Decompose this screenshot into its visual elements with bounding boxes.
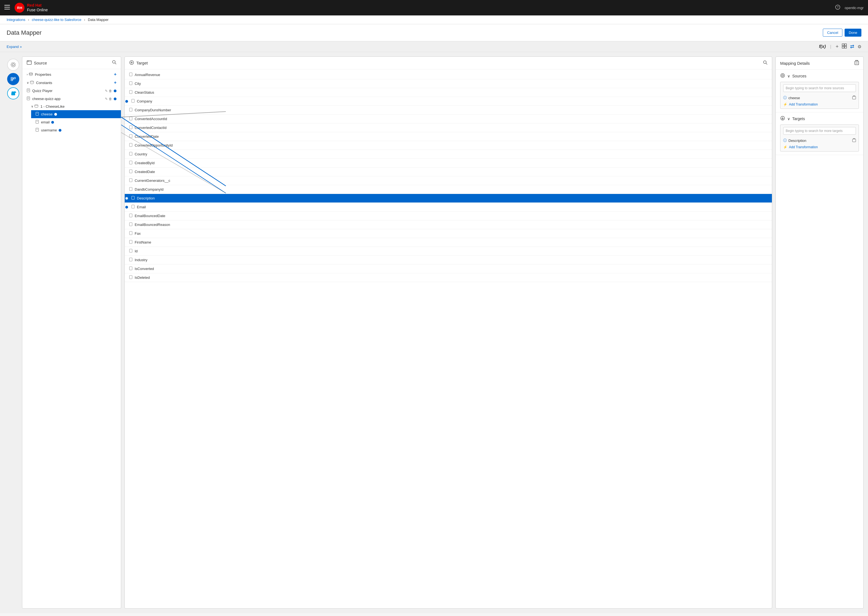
target-file-icon-city [129,81,132,86]
targets-add-transformation[interactable]: ⚡ Add Transformation [783,145,856,149]
target-item-industry[interactable]: Industry [125,256,772,264]
help-icon[interactable]: ? [835,5,840,11]
source-tree: › Properties + ∨ Constants + [22,69,121,608]
properties-db-icon [29,72,33,77]
sources-item-delete-icon[interactable] [852,96,856,100]
edit-icon-2[interactable]: ✎ [105,97,108,101]
hamburger-menu-icon[interactable] [5,5,10,11]
svg-rect-1 [5,7,10,8]
svg-rect-2 [5,9,10,9]
target-item-email[interactable]: Email [125,203,772,212]
username-dot [59,129,61,132]
mapping-details-header: Mapping Details [776,57,863,70]
breadcrumb-sep-1: › [28,17,29,22]
target-item-cleanstatus[interactable]: CleanStatus [125,88,772,97]
sidebar-icon-settings[interactable] [7,59,19,71]
svg-rect-67 [129,240,132,244]
sources-search-field[interactable]: Begin typing to search for more sources [783,84,856,92]
target-item-country[interactable]: Country [125,150,772,159]
target-panel: Target AnnualRevenue [124,57,772,608]
target-item-dandbcompanyid[interactable]: DandbCompanyId [125,185,772,194]
svg-rect-13 [11,77,13,79]
settings-gear-icon[interactable]: ⚙ [857,44,862,49]
grid-view-icon[interactable] [842,44,847,50]
svg-line-47 [766,63,768,64]
target-item-createdbyid[interactable]: CreatedById [125,159,772,168]
target-item-companydunsnumber[interactable]: CompanyDunsNumber [125,106,772,115]
svg-rect-52 [129,108,132,111]
mapping-details-delete-icon[interactable] [854,60,859,66]
target-file-icon-cdn [129,108,132,112]
target-item-isdeleted[interactable]: IsDeleted [125,273,772,282]
sidebar-icon-salesforce[interactable] [7,87,19,99]
target-item-createddate[interactable]: CreatedDate [125,168,772,176]
cheese-quizz-app-file-icon [27,96,30,101]
delete-icon-2[interactable]: 🗑 [109,97,112,101]
breadcrumb-integration-link[interactable]: cheese-quizz-like to Salesforce [32,17,82,22]
target-search-button[interactable] [763,60,768,66]
svg-rect-70 [129,267,132,270]
source-search-button[interactable] [112,60,116,66]
source-item-email[interactable]: email [31,118,121,126]
sources-section-header[interactable]: ∨ Sources [780,73,859,79]
target-item-converteddate[interactable]: ConvertedDate [125,132,772,141]
target-item-emailbounceddate[interactable]: EmailBouncedDate [125,212,772,220]
targets-lightning-icon: ⚡ [783,145,787,149]
target-item-city[interactable]: City [125,79,772,88]
edit-icon[interactable]: ✎ [105,89,108,93]
mapping-details-panel: Mapping Details ∨ Sources Begin typing t… [775,57,863,608]
add-constant-button[interactable]: + [114,80,116,85]
target-item-convertedopportunityid[interactable]: ConvertedOpportunityId [125,141,772,150]
target-item-annualrevenue[interactable]: AnnualRevenue [125,71,772,79]
svg-rect-57 [129,152,132,156]
svg-rect-55 [129,134,132,138]
targets-item-delete-icon[interactable] [852,138,856,143]
targets-search-field[interactable]: Begin typing to search for more targets [783,127,856,135]
description-dot [125,197,128,200]
source-group-cheeselike[interactable]: ∨ 1 - CheeseLike [27,103,121,110]
target-item-id[interactable]: Id [125,247,772,256]
sources-add-transformation[interactable]: ⚡ Add Transformation [783,102,856,106]
constants-tree-item[interactable]: ∨ Constants + [22,79,121,87]
target-item-firstname[interactable]: FirstName [125,238,772,247]
target-item-fax[interactable]: Fax [125,229,772,238]
target-item-isconverted[interactable]: IsConverted [125,264,772,273]
source-item-cheese[interactable]: cheese [31,110,121,118]
source-item-quizz-player[interactable]: Quizz Player ✎ 🗑 [22,87,121,95]
source-panel: Source › Properties + ∨ [22,57,121,608]
target-item-convertedcontactid[interactable]: ConvertedContactId [125,123,772,132]
sources-item-row: ⓘ cheese [783,94,856,101]
svg-rect-49 [129,82,132,85]
formula-fx-label[interactable]: f(x) [819,44,826,49]
email-file-icon [36,120,39,124]
target-item-emailbouncedreason[interactable]: EmailBouncedReason [125,220,772,229]
targets-section-header[interactable]: ∨ Targets [780,116,859,122]
target-item-currentgenerators[interactable]: CurrentGenerators__c [125,176,772,185]
svg-rect-56 [129,143,132,146]
cancel-button[interactable]: Cancel [823,29,842,37]
svg-rect-61 [129,187,132,191]
add-mapping-icon[interactable]: + [835,44,838,50]
breadcrumb-integrations-link[interactable]: Integrations [6,17,25,22]
svg-rect-66 [129,231,132,235]
top-navigation: RH Red Hat Fuse Online ? opentlc-mgr [0,0,868,16]
page-header: Data Mapper Cancel Done [0,24,868,41]
svg-rect-48 [129,73,132,76]
expand-button[interactable]: Expand » [6,45,22,49]
sidebar-icon-mapping[interactable] [7,73,19,85]
target-item-convertedaccountid[interactable]: ConvertedAccountId [125,115,772,123]
properties-tree-item[interactable]: › Properties + [22,70,121,79]
sources-section: ∨ Sources Begin typing to search for mor… [776,70,863,112]
target-file-icon-cleanstatus [129,90,132,95]
target-file-icon [129,72,132,77]
target-item-company[interactable]: Company [125,97,772,106]
arrows-icon[interactable]: ⇄ [850,44,854,50]
delete-icon[interactable]: 🗑 [109,89,112,93]
add-property-button[interactable]: + [114,72,116,77]
source-item-cheese-quizz-app[interactable]: cheese-quizz-app ✎ 🗑 [22,95,121,103]
page-title: Data Mapper [6,29,42,36]
target-item-description[interactable]: Description [125,194,772,203]
done-button[interactable]: Done [844,29,862,37]
target-panel-header: Target [125,57,772,69]
source-item-username[interactable]: username [31,126,121,134]
